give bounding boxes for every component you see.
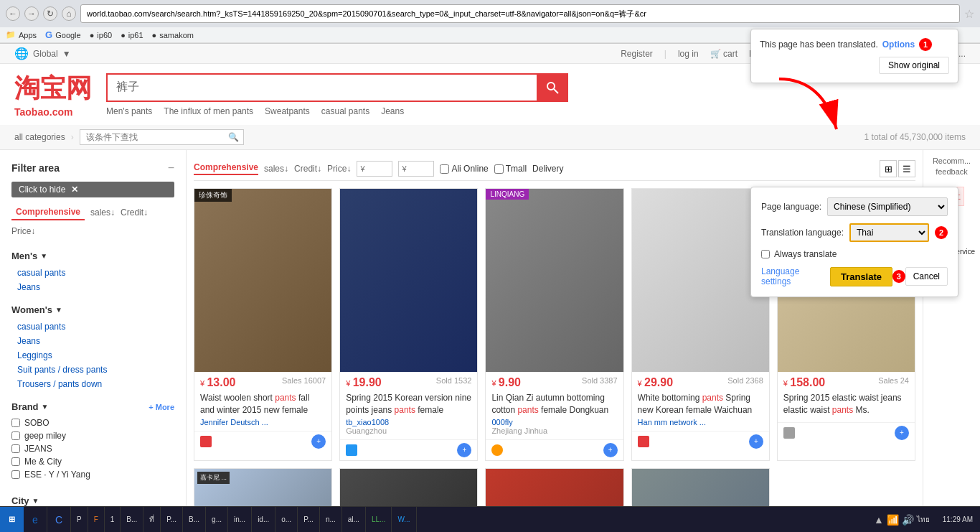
cart-icon-2[interactable]: + bbox=[603, 443, 618, 457]
list-view-btn[interactable]: ☰ bbox=[898, 160, 915, 177]
filter-sales[interactable]: sales↓ bbox=[264, 164, 288, 174]
cart-link[interactable]: 🛒 cart bbox=[710, 49, 738, 59]
taskbar-item-f1[interactable]: F bbox=[88, 507, 105, 532]
brand-ese-checkbox[interactable] bbox=[11, 470, 20, 479]
breadcrumb-all-categories[interactable]: all categories bbox=[14, 132, 65, 142]
suggestion-sweatpants[interactable]: Sweatpants bbox=[265, 106, 310, 116]
recommend-feedback[interactable]: Recomm...feedback bbox=[933, 156, 971, 178]
product-seller-2[interactable]: 000fly bbox=[491, 418, 617, 426]
bookmark-ip60[interactable]: ●ip60 bbox=[90, 31, 112, 39]
bookmark-samakom[interactable]: ●samakom bbox=[152, 31, 194, 39]
bookmark-ip61[interactable]: ●ip61 bbox=[121, 31, 143, 39]
sort-credit[interactable]: Credit↓ bbox=[121, 207, 148, 218]
sidebar-mens-casual-pants[interactable]: casual pants bbox=[0, 266, 186, 280]
price-min-input[interactable] bbox=[357, 161, 392, 177]
taskbar-item-o[interactable]: o... bbox=[275, 507, 298, 532]
taskbar-item-id[interactable]: id... bbox=[252, 507, 275, 532]
product-card-2[interactable]: LINQIANG ¥ 9.90 Sold 3387 Lin Qian Zi au… bbox=[485, 188, 623, 461]
start-button[interactable]: ⊞ bbox=[0, 507, 24, 532]
taskbar-item-g1[interactable]: g... bbox=[206, 507, 228, 532]
forward-button[interactable]: → bbox=[24, 6, 39, 21]
tmall-checkbox[interactable] bbox=[494, 164, 504, 174]
brand-title[interactable]: Brand ▼ + More bbox=[11, 401, 174, 412]
sort-comprehensive[interactable]: Comprehensive bbox=[11, 205, 85, 220]
taskbar-item-p1[interactable]: P bbox=[71, 507, 88, 532]
search-input[interactable] bbox=[106, 73, 537, 102]
home-button[interactable]: ⌂ bbox=[62, 6, 76, 21]
ali-online-checkbox[interactable] bbox=[440, 164, 449, 174]
taskbar-item-b2[interactable]: B... bbox=[183, 507, 206, 532]
taskbar-item-al[interactable]: al... bbox=[342, 507, 366, 532]
page-language-select[interactable]: Chinese (Simplified) bbox=[827, 197, 948, 216]
bookmark-google[interactable]: GGoogle bbox=[45, 29, 81, 40]
taskbar-item-p2[interactable]: P... bbox=[161, 507, 183, 532]
sidebar-womens-jeans[interactable]: Jeans bbox=[0, 334, 186, 348]
taskbar-item-1[interactable]: 1 bbox=[105, 507, 121, 532]
results-search-input[interactable] bbox=[80, 130, 224, 144]
translation-language-select[interactable]: Thai bbox=[849, 223, 929, 242]
brand-geep-checkbox[interactable] bbox=[11, 431, 20, 440]
product-seller-3[interactable]: Han mm network ... bbox=[638, 418, 763, 426]
price-max-input[interactable] bbox=[398, 161, 434, 177]
taskbar-item-chrome[interactable]: C bbox=[47, 507, 71, 532]
tray-arrow-icon[interactable]: ▲ bbox=[874, 514, 884, 526]
mens-section-title[interactable]: Men's ▼ bbox=[0, 246, 186, 266]
cancel-button[interactable]: Cancel bbox=[905, 267, 948, 286]
filter-comprehensive[interactable]: Comprehensive bbox=[194, 162, 258, 175]
taskbar-item-ll[interactable]: LL... bbox=[366, 507, 392, 532]
womens-section-title[interactable]: Women's ▼ bbox=[0, 300, 186, 319]
sidebar-womens-trousers[interactable]: Trousers / pants down bbox=[0, 377, 186, 391]
taskbar-item-th[interactable]: ที่ bbox=[143, 507, 161, 532]
brand-mecity-checkbox[interactable] bbox=[11, 457, 20, 466]
tray-network-icon[interactable]: 📶 bbox=[887, 514, 899, 526]
refresh-button[interactable]: ↻ bbox=[43, 6, 57, 21]
product-card-0[interactable]: 珍侏奇饰 ¥ 13.00 Sales 16007 Waist woolen sh… bbox=[194, 188, 332, 461]
translate-button[interactable]: Translate bbox=[830, 267, 892, 286]
taskbar-item-w[interactable]: W... bbox=[392, 507, 416, 532]
cart-icon-3[interactable]: + bbox=[749, 434, 763, 449]
sidebar-mens-jeans[interactable]: Jeans bbox=[0, 280, 186, 294]
results-search-icon[interactable]: 🔍 bbox=[224, 130, 243, 144]
suggestion-casual-pants[interactable]: casual pants bbox=[321, 106, 369, 116]
sort-sales[interactable]: sales↓ bbox=[90, 207, 115, 218]
cart-icon-0[interactable]: + bbox=[311, 434, 326, 449]
brand-more-link[interactable]: + More bbox=[149, 403, 174, 411]
cart-icon-4[interactable]: + bbox=[895, 426, 909, 440]
filter-price[interactable]: Price↓ bbox=[327, 164, 351, 174]
global-label[interactable]: Global bbox=[33, 49, 58, 59]
product-seller-0[interactable]: Jennifer Deutsch ... bbox=[200, 418, 326, 426]
product-seller-1[interactable]: tb_xiao1008 bbox=[346, 418, 471, 426]
register-link[interactable]: Register bbox=[621, 49, 653, 59]
bookmark-apps[interactable]: 📁Apps bbox=[6, 30, 37, 39]
show-original-button[interactable]: Show original bbox=[879, 57, 949, 74]
filter-collapse-btn[interactable]: − bbox=[168, 162, 174, 174]
taskbar-item-p3[interactable]: P... bbox=[298, 507, 320, 532]
language-settings-link[interactable]: Language settings bbox=[761, 266, 830, 286]
sidebar-womens-casual-pants[interactable]: casual pants bbox=[0, 319, 186, 334]
suggestion-influx[interactable]: The influx of men pants bbox=[164, 106, 253, 116]
sort-price[interactable]: Price↓ bbox=[11, 226, 35, 236]
filter-credit[interactable]: Credit↓ bbox=[294, 164, 321, 174]
sidebar-womens-leggings[interactable]: Leggings bbox=[0, 348, 186, 363]
brand-sobo-checkbox[interactable] bbox=[11, 419, 20, 427]
taskbar-item-b1[interactable]: B... bbox=[121, 507, 143, 532]
hide-x-btn[interactable]: ✕ bbox=[71, 185, 78, 195]
sidebar-womens-suit-pants[interactable]: Suit pants / dress pants bbox=[0, 363, 186, 377]
address-bar[interactable] bbox=[80, 4, 960, 23]
cart-icon-1[interactable]: + bbox=[457, 443, 471, 457]
search-button[interactable] bbox=[537, 73, 568, 102]
suggestion-jeans[interactable]: Jeans bbox=[381, 106, 404, 116]
always-translate-checkbox[interactable] bbox=[761, 250, 770, 258]
delivery-label[interactable]: Delivery bbox=[532, 164, 563, 174]
brand-jeans-checkbox[interactable] bbox=[11, 444, 20, 453]
back-button[interactable]: ← bbox=[6, 6, 20, 21]
tray-volume-icon[interactable]: 🔊 bbox=[902, 514, 914, 526]
login-link[interactable]: log in bbox=[678, 49, 699, 59]
taskbar-item-in[interactable]: in... bbox=[228, 507, 252, 532]
suggestion-mens-pants[interactable]: Men's pants bbox=[106, 106, 152, 116]
taskbar-item-n[interactable]: n... bbox=[320, 507, 342, 532]
product-card-3[interactable]: ¥ 29.90 Sold 2368 White bottoming pants … bbox=[631, 188, 770, 461]
bookmark-star-icon[interactable]: ☆ bbox=[964, 7, 974, 21]
taskbar-item-ie[interactable]: e bbox=[24, 507, 47, 532]
product-card-1[interactable]: ¥ 19.90 Sold 1532 Spring 2015 Korean ver… bbox=[339, 188, 478, 461]
